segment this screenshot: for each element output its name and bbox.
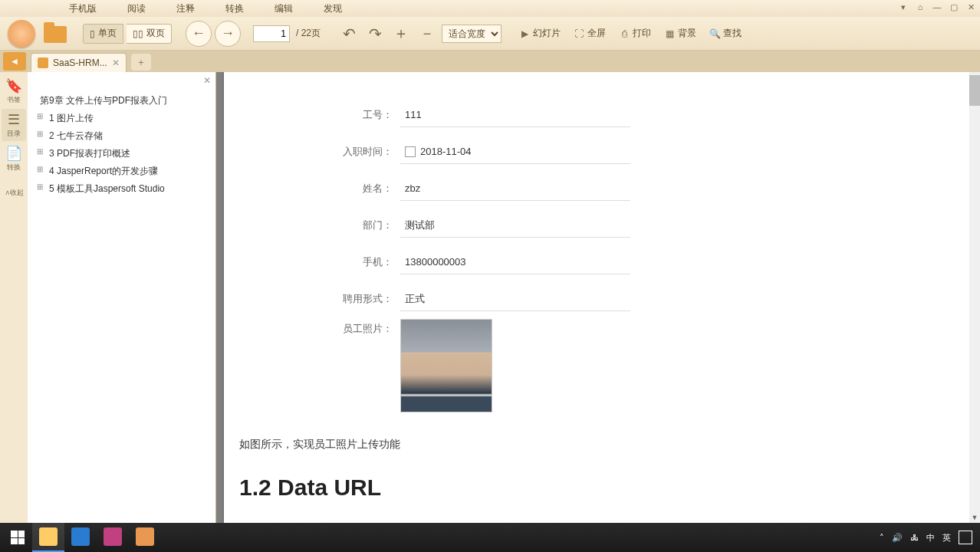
tray-network-icon[interactable]: 🖧 xyxy=(910,533,919,542)
task-pdf[interactable] xyxy=(129,523,161,552)
fullscreen-button[interactable]: ⛶全屏 xyxy=(568,27,610,40)
side-tab-convert[interactable]: 📄转换 xyxy=(2,143,26,175)
field-photo: 员工照片： xyxy=(224,311,969,412)
outline-item[interactable]: 3 PDF报表打印概述 xyxy=(34,145,209,163)
outline-icon: ☰ xyxy=(8,111,20,128)
next-page-button[interactable]: → xyxy=(215,21,241,47)
zoom-in-button[interactable]: ＋ xyxy=(390,22,413,45)
toolbar: ▯单页 ▯▯双页 ← → / 22页 ↶ ↷ ＋ － 适合宽度 ▶幻灯片 ⛶全屏… xyxy=(0,17,980,51)
field-id: 工号：111 xyxy=(339,103,630,127)
print-button[interactable]: ⎙打印 xyxy=(613,27,656,40)
tray-volume-icon[interactable]: 🔊 xyxy=(892,533,903,543)
taskbar: ˄ 🔊 🖧 中 英 xyxy=(0,523,980,552)
prev-page-button[interactable]: ← xyxy=(186,21,212,47)
double-page-button[interactable]: ▯▯双页 xyxy=(127,24,172,44)
page-input[interactable] xyxy=(253,25,290,42)
zoom-out-button[interactable]: － xyxy=(416,22,439,45)
dropdown-icon[interactable]: ▾ xyxy=(896,0,911,14)
menu-edit[interactable]: 编辑 xyxy=(259,2,308,15)
task-vscode[interactable] xyxy=(64,523,97,552)
side-tab-collapse[interactable]: ∧收起 xyxy=(2,176,26,209)
background-button[interactable]: ▦背景 xyxy=(659,27,701,40)
add-tab-button[interactable]: ＋ xyxy=(131,54,151,71)
outline-item[interactable]: 4 JasperReport的开发步骤 xyxy=(34,163,209,180)
side-tabs: 🔖书签 ☰目录 📄转换 ∧收起 xyxy=(0,72,28,523)
maximize-icon[interactable]: ▢ xyxy=(946,0,962,14)
outline-item[interactable]: 1 图片上传 xyxy=(34,110,209,127)
tray-ime[interactable]: 中 xyxy=(926,532,935,544)
undo-button[interactable]: ↶ xyxy=(337,22,360,45)
document-view: 工号：111 入职时间：2018-11-04 姓名：zbz 部门：测试部 手机：… xyxy=(216,72,980,523)
field-name: 姓名：zbz xyxy=(339,176,630,201)
app-logo xyxy=(5,18,38,49)
open-file-button[interactable] xyxy=(41,22,69,45)
field-type: 聘用形式：正式 xyxy=(339,287,630,311)
field-dept: 部门：测试部 xyxy=(339,213,630,238)
menu-mobile[interactable]: 手机版 xyxy=(54,2,112,15)
caption: 如图所示，实现员工照片上传功能 xyxy=(239,435,900,454)
convert-icon: 📄 xyxy=(5,145,22,162)
scroll-thumb[interactable] xyxy=(969,75,980,106)
close-window-icon[interactable]: ✕ xyxy=(963,0,978,14)
field-phone: 手机：13800000003 xyxy=(339,250,630,274)
system-tray: ˄ 🔊 🖧 中 英 xyxy=(880,531,977,544)
menu-convert[interactable]: 转换 xyxy=(210,2,259,15)
bookmark-icon: 🔖 xyxy=(5,77,22,94)
search-button[interactable]: 🔍查找 xyxy=(704,27,746,40)
menu-discover[interactable]: 发现 xyxy=(308,2,357,15)
tab-bar: ◄ SaaS-HRM... ✕ ＋ xyxy=(0,51,980,72)
tray-up-icon[interactable]: ˄ xyxy=(880,533,884,543)
employee-photo xyxy=(400,319,492,412)
task-explorer[interactable] xyxy=(32,523,64,552)
menu-read[interactable]: 阅读 xyxy=(112,2,161,15)
tray-lang[interactable]: 英 xyxy=(942,532,951,544)
page-total: / 22页 xyxy=(293,27,324,40)
calendar-icon xyxy=(405,146,416,157)
minimize-icon[interactable]: — xyxy=(929,0,945,14)
doc-icon xyxy=(38,58,48,68)
scroll-down-icon[interactable]: ▼ xyxy=(969,512,980,523)
outline-item[interactable]: 5 模板工具Jaspersoft Studio xyxy=(34,180,209,198)
zoom-select[interactable]: 适合宽度 xyxy=(442,25,502,43)
pin-icon[interactable]: ⌂ xyxy=(913,0,928,14)
task-intellij[interactable] xyxy=(97,523,129,552)
menu-bar: 手机版 阅读 注释 转换 编辑 发现 ▾ ⌂ — ▢ ✕ xyxy=(0,0,980,17)
side-tab-outline[interactable]: ☰目录 xyxy=(2,109,26,141)
side-tab-bookmark[interactable]: 🔖书签 xyxy=(2,75,26,107)
outline-item[interactable]: 2 七牛云存储 xyxy=(34,127,209,145)
document-tab[interactable]: SaaS-HRM... ✕ xyxy=(31,53,127,72)
outline-root[interactable]: 第9章 文件上传与PDF报表入门 xyxy=(34,92,209,110)
start-button[interactable] xyxy=(3,523,32,552)
tray-notifications-icon[interactable] xyxy=(959,531,972,544)
outline-close-icon[interactable]: ✕ xyxy=(203,75,211,86)
single-page-button[interactable]: ▯单页 xyxy=(83,24,123,44)
tab-back-button[interactable]: ◄ xyxy=(3,52,26,71)
slideshow-button[interactable]: ▶幻灯片 xyxy=(514,27,565,40)
tab-label: SaaS-HRM... xyxy=(53,58,107,68)
menu-annotate[interactable]: 注释 xyxy=(161,2,210,15)
document-page: 工号：111 入职时间：2018-11-04 姓名：zbz 部门：测试部 手机：… xyxy=(224,72,969,523)
redo-button[interactable]: ↷ xyxy=(363,22,386,45)
outline-panel: ✕ 第9章 文件上传与PDF报表入门 1 图片上传 2 七牛云存储 3 PDF报… xyxy=(28,72,216,523)
field-date: 入职时间：2018-11-04 xyxy=(339,140,630,164)
scrollbar[interactable]: ▲ ▼ xyxy=(969,72,980,523)
heading-1-2: 1.2 Data URL xyxy=(239,468,900,507)
tab-close-icon[interactable]: ✕ xyxy=(112,58,120,68)
